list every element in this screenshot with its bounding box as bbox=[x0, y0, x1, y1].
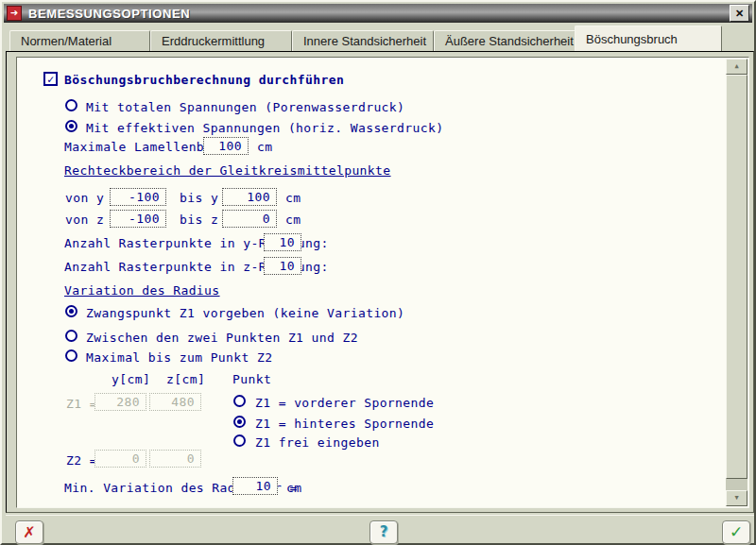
radio-zwischen-z1-z2-label: Zwischen den zwei Punkten Z1 und Z2 bbox=[86, 331, 358, 345]
radio-z1-hinteres-spornende-label: Z1 = hinteres Spornende bbox=[255, 417, 434, 431]
col-header-z: z[cm] bbox=[166, 372, 205, 386]
radio-zwangspunkt-z1-label: Zwangspunkt Z1 vorgeben (keine Variation… bbox=[86, 306, 404, 320]
y-range-unit: cm bbox=[285, 191, 301, 205]
z1-label: Z1 = bbox=[66, 397, 97, 411]
tab-erddruckermittlung[interactable]: Erddruckermittlung bbox=[150, 30, 292, 51]
radius-variation-heading: Variation des Radius bbox=[64, 283, 220, 298]
col-header-punkt: Punkt bbox=[232, 372, 271, 386]
lamellenbreite-input[interactable] bbox=[203, 137, 249, 155]
close-button[interactable]: ✕ bbox=[730, 5, 749, 22]
z-range-unit: cm bbox=[285, 213, 301, 227]
boeschungsbruch-checkbox-label: Böschungsbruchberechnung durchführen bbox=[64, 73, 344, 87]
tab-label: Erddruckermittlung bbox=[162, 34, 265, 48]
cancel-button[interactable]: ✗ bbox=[15, 520, 43, 544]
ok-button[interactable]: ✓ bbox=[722, 520, 750, 544]
z2-label: Z2 = bbox=[66, 453, 97, 468]
scroll-up-button[interactable]: ▲ bbox=[726, 59, 747, 75]
radio-z1-hinteres-spornende[interactable] bbox=[233, 416, 246, 428]
cancel-icon: ✗ bbox=[23, 525, 35, 540]
scrollbar-thumb[interactable] bbox=[726, 75, 747, 479]
help-button[interactable]: ? bbox=[369, 520, 398, 544]
raster-y-input[interactable] bbox=[264, 233, 301, 251]
bis-y-input[interactable] bbox=[222, 188, 277, 206]
tab-label: Böschungsbruch bbox=[586, 32, 678, 46]
app-icon: ➜ bbox=[7, 6, 22, 21]
tab-normen-material[interactable]: Normen/Material bbox=[9, 30, 150, 51]
tab-innere-standsicherheit[interactable]: Innere Standsicherheit bbox=[292, 30, 434, 51]
radio-zwangspunkt-z1[interactable] bbox=[65, 305, 77, 317]
lamellenbreite-unit: cm bbox=[257, 140, 272, 154]
z2-y-input bbox=[94, 450, 146, 468]
vertical-scrollbar[interactable]: ▲ ▼ bbox=[726, 59, 747, 506]
von-y-input[interactable] bbox=[110, 188, 166, 206]
z1-y-input bbox=[94, 393, 146, 411]
col-header-y: y[cm] bbox=[112, 372, 150, 386]
chevron-down-icon: ▼ bbox=[734, 495, 738, 502]
min-radius-input[interactable] bbox=[232, 477, 278, 495]
tab-label: Normen/Material bbox=[21, 34, 112, 48]
tab-label: Äußere Standsicherheit bbox=[445, 34, 574, 48]
raster-z-input[interactable] bbox=[264, 257, 301, 275]
footer-bar: ✗ ? ✓ bbox=[6, 515, 754, 543]
radio-totale-spannungen-label: Mit totalen Spannungen (Porenwasserdruck… bbox=[86, 100, 404, 114]
chevron-up-icon: ▲ bbox=[734, 63, 738, 70]
radio-effektive-spannungen-label: Mit effektiven Spannungen (horiz. Wasser… bbox=[86, 121, 443, 135]
tab-boeschungsbruch[interactable]: Böschungsbruch bbox=[575, 26, 722, 51]
ok-check-icon: ✓ bbox=[730, 524, 743, 540]
min-radius-unit: cm bbox=[286, 481, 301, 495]
boeschungsbruch-checkbox[interactable]: ✓ bbox=[43, 72, 58, 86]
tab-label: Innere Standsicherheit bbox=[303, 34, 426, 48]
radio-z1-frei-eingeben-label: Z1 frei eingeben bbox=[255, 435, 380, 450]
help-icon: ? bbox=[380, 525, 388, 539]
tab-page: ✓ Böschungsbruchberechnung durchführen M… bbox=[6, 51, 754, 513]
scroll-down-button[interactable]: ▼ bbox=[726, 490, 747, 506]
radio-z1-vorderer-spornende-label: Z1 = vorderer Spornende bbox=[255, 396, 434, 410]
radio-maximal-z2-label: Maximal bis zum Punkt Z2 bbox=[86, 350, 272, 365]
radio-effektive-spannungen[interactable] bbox=[65, 120, 77, 132]
tab-strip: Normen/Material Erddruckermittlung Inner… bbox=[6, 26, 754, 51]
radio-z1-frei-eingeben[interactable] bbox=[233, 434, 246, 447]
title-bar[interactable]: ➜ BEMESSUNGSOPTIONEN ✕ bbox=[4, 4, 752, 23]
content-panel: ✓ Böschungsbruchberechnung durchführen M… bbox=[16, 57, 749, 508]
z1-z-input bbox=[149, 393, 201, 411]
radio-totale-spannungen[interactable] bbox=[65, 99, 77, 111]
tab-aeussere-standsicherheit[interactable]: Äußere Standsicherheit bbox=[434, 30, 576, 51]
app-icon-glyph: ➜ bbox=[10, 9, 18, 18]
bis-z-input[interactable] bbox=[222, 210, 277, 228]
window-title: BEMESSUNGSOPTIONEN bbox=[28, 7, 190, 21]
close-icon: ✕ bbox=[735, 9, 744, 19]
von-z-input[interactable] bbox=[110, 210, 166, 228]
checkmark-icon: ✓ bbox=[47, 74, 54, 85]
rechteckbereich-heading: Rechteckbereich der Gleitkreismittelpunk… bbox=[64, 163, 391, 178]
dialog-window: ➜ BEMESSUNGSOPTIONEN ✕ Normen/Material E… bbox=[0, 0, 756, 545]
radio-z1-vorderer-spornende[interactable] bbox=[233, 395, 246, 407]
z2-z-input bbox=[149, 450, 201, 468]
radio-zwischen-z1-z2[interactable] bbox=[65, 330, 77, 342]
radio-maximal-z2[interactable] bbox=[65, 349, 77, 362]
